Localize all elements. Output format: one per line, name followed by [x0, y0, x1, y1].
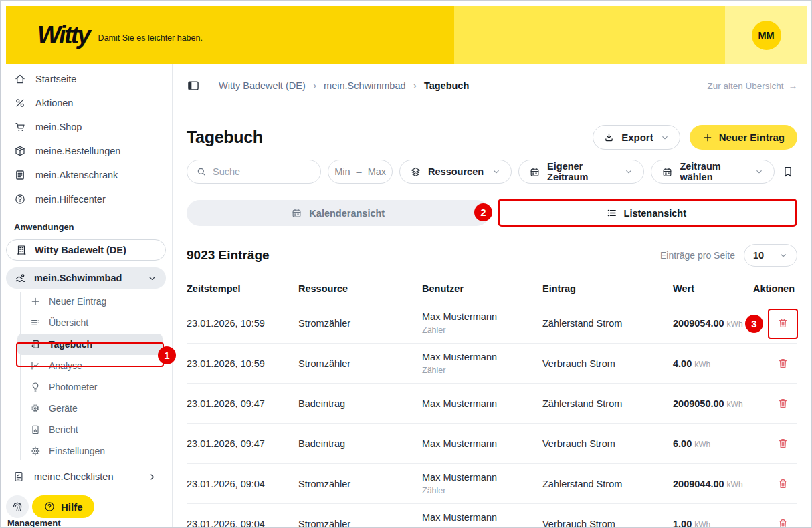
cell-timestamp: 23.01.2026, 09:47 — [187, 438, 298, 449]
cell-user: Max Mustermann — [422, 438, 542, 449]
sidebar-item-mein-aktenschrank[interactable]: mein.Aktenschrank — [1, 163, 172, 187]
resources-filter-label: Ressourcen — [428, 166, 484, 177]
cell-resource: Stromzähler — [298, 519, 422, 528]
fingerprint-button[interactable] — [6, 495, 29, 518]
user-name: Max Mustermann — [422, 438, 542, 449]
cart-icon — [14, 121, 26, 133]
breadcrumb-item-org[interactable]: Witty Badewelt (DE) — [219, 80, 306, 91]
delete-entry-button[interactable] — [775, 315, 791, 331]
subnav-item-neuer-eintrag[interactable]: Neuer Eintrag — [1, 291, 172, 312]
arrow-right-icon: → — [789, 81, 798, 91]
cell-timestamp: 23.01.2026, 09:04 — [187, 519, 298, 528]
subnav-item-tagebuch[interactable]: Tagebuch — [17, 334, 163, 355]
cell-actions — [753, 515, 797, 528]
help-circle-icon — [14, 193, 26, 205]
subnav-item-bericht[interactable]: Bericht — [1, 419, 172, 440]
calendar-view-button[interactable]: Kalenderansicht — [187, 200, 490, 226]
user-sub-label: Zähler — [422, 486, 542, 495]
max-label: Max — [368, 166, 386, 177]
sidebar-item-label: mein.Aktenschrank — [35, 170, 118, 180]
sidebar-item-meine-checklisten[interactable]: meine.Checklisten — [1, 465, 172, 489]
value-number: 2009044.00 — [673, 479, 724, 489]
list-view-button[interactable]: Listenansicht — [495, 200, 798, 226]
list-view-label: Listenansicht — [624, 208, 686, 219]
user-name: Max Mustermann — [422, 352, 542, 362]
sidebar-item-label: Startseite — [35, 74, 76, 84]
question-circle-icon — [43, 501, 56, 513]
header-brand-band: Witty Damit Sie es leichter haben. — [6, 6, 454, 64]
old-overview-label: Zur alten Übersicht — [707, 81, 783, 91]
subnav-item-analyse[interactable]: Analyse — [1, 355, 172, 376]
value-unit: kWh — [694, 360, 710, 369]
breadcrumb-item-app[interactable]: mein.Schwimmbad — [324, 80, 406, 91]
sidebar-toggle-button[interactable] — [187, 79, 200, 92]
help-button[interactable]: Hilfe — [32, 495, 94, 518]
cell-actions — [753, 475, 797, 492]
cell-actions — [753, 355, 797, 372]
table-row[interactable]: 23.01.2026, 09:04 Stromzähler Max Muster… — [187, 464, 797, 504]
subnav-item-label: Photometer — [49, 382, 97, 392]
new-entry-button[interactable]: Neuer Eintrag — [690, 125, 797, 150]
export-button[interactable]: Export — [593, 125, 680, 150]
column-header-aktionen: Aktionen — [753, 283, 797, 294]
cell-timestamp: 23.01.2026, 09:04 — [187, 479, 298, 489]
cell-value: 2009044.00kWh — [673, 479, 753, 489]
app-selector-mein-schwimmbad[interactable]: mein.Schwimmbad — [6, 267, 166, 289]
sidebar-item-startseite[interactable]: Startseite — [1, 67, 172, 91]
table-row[interactable]: 23.01.2026, 09:47 Badeintrag Max Musterm… — [187, 424, 797, 464]
subnav-item-einstellungen[interactable]: Einstellungen — [1, 440, 172, 462]
table-row[interactable]: 23.01.2026, 09:04 Stromzähler Max Muster… — [187, 504, 797, 528]
choose-period-filter[interactable]: Zeitraum wählen — [651, 160, 775, 184]
sidebar-item-mein-hilfecenter[interactable]: mein.Hilfecenter — [1, 187, 172, 211]
value-number: 4.00 — [673, 358, 692, 369]
min-max-filter[interactable]: Min – Max — [328, 160, 393, 184]
entries-table: Zeitstempel Ressource Benutzer Eintrag W… — [187, 275, 797, 528]
delete-entry-button[interactable] — [775, 475, 791, 491]
sidebar-item-aktionen[interactable]: Aktionen — [1, 91, 172, 115]
table-row[interactable]: 23.01.2026, 10:59 Stromzähler Max Muster… — [187, 303, 797, 344]
sidebar-item-label: meine.Checklisten — [34, 471, 113, 482]
sidebar-item-meine-bestellungen[interactable]: meine.Bestellungen — [1, 139, 172, 163]
subnav-item-geraete[interactable]: Geräte — [1, 398, 172, 419]
title-row: Tagebuch Export Neuer Eintrag — [187, 125, 797, 150]
app-selector-label: mein.Schwimmbad — [34, 273, 122, 283]
sidebar-item-label: meine.Bestellungen — [35, 146, 120, 156]
range-separator: – — [357, 166, 362, 177]
delete-entry-button[interactable] — [775, 435, 791, 451]
table-row[interactable]: 23.01.2026, 10:59 Stromzähler Max Muster… — [187, 344, 797, 384]
app-window: Witty Damit Sie es leichter haben. MM St… — [0, 0, 812, 528]
export-button-label: Export — [621, 132, 653, 143]
cell-resource: Badeintrag — [298, 438, 422, 449]
cell-user: Max Mustermann — [422, 398, 542, 409]
app-subnav: Neuer Eintrag Übersicht Tagebuch Analyse… — [1, 291, 172, 462]
chevron-down-icon — [660, 133, 670, 142]
delete-entry-button[interactable] — [775, 515, 791, 528]
chevron-right-icon — [147, 472, 157, 482]
value-number: 1.00 — [673, 519, 692, 528]
chevron-down-icon — [147, 273, 157, 283]
custom-period-filter[interactable]: Eigener Zeitraum — [518, 160, 644, 184]
subnav-item-uebersicht[interactable]: Übersicht — [1, 312, 172, 334]
org-selector-witty-badewelt[interactable]: Witty Badewelt (DE) — [6, 239, 166, 261]
search-input[interactable] — [213, 166, 312, 177]
avatar[interactable]: MM — [752, 21, 781, 50]
table-row[interactable]: 23.01.2026, 09:47 Badeintrag Max Musterm… — [187, 384, 797, 424]
resources-filter[interactable]: Ressourcen — [399, 160, 512, 184]
old-overview-link[interactable]: Zur alten Übersicht → — [707, 81, 797, 91]
subnav-item-photometer[interactable]: Photometer — [1, 376, 172, 398]
cell-user: Max Mustermann Zähler — [422, 512, 542, 528]
delete-entry-button[interactable] — [775, 355, 791, 371]
cell-user: Max Mustermann Zähler — [422, 311, 542, 335]
delete-entry-button[interactable] — [775, 395, 791, 411]
table-header-row: Zeitstempel Ressource Benutzer Eintrag W… — [187, 275, 797, 303]
sidebar-bottom-actions: Hilfe — [6, 495, 94, 518]
brand-tagline: Damit Sie es leichter haben. — [98, 27, 203, 43]
breadcrumb-divider — [209, 80, 209, 92]
page-title: Tagebuch — [187, 128, 263, 147]
per-page-select[interactable]: 10 — [744, 244, 797, 267]
bookmark-button[interactable] — [781, 165, 795, 178]
column-header-eintrag: Eintrag — [542, 283, 673, 294]
cell-value: 2009050.00kWh — [673, 398, 753, 409]
sidebar-item-mein-shop[interactable]: mein.Shop — [1, 115, 172, 139]
help-button-label: Hilfe — [61, 501, 83, 513]
